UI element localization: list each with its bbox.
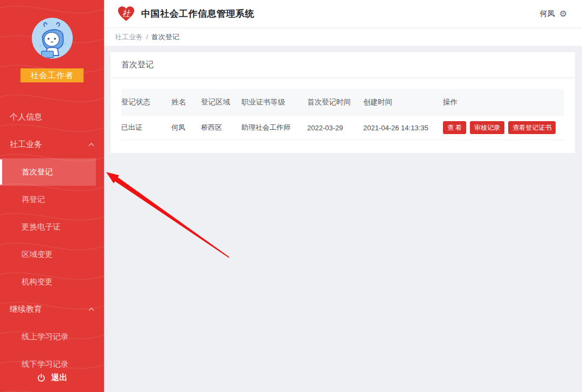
col-header-status: 登记状态 [121, 97, 163, 107]
sidebar-item-first-registration[interactable]: 首次登记 [0, 158, 96, 186]
breadcrumb-separator: / [146, 33, 148, 41]
view-button[interactable]: 查 看 [443, 121, 466, 134]
first-registration-card: 首次登记 登记状态 姓名 登记区域 职业证书等级 首次登记时间 创建时间 操作 … [110, 52, 575, 153]
table-header-row: 登记状态 姓名 登记区域 职业证书等级 首次登记时间 创建时间 操作 [121, 89, 564, 116]
sidebar-item-region-change[interactable]: 区域变更 [0, 241, 104, 268]
cell-created-at: 2021-04-26 14:13:35 [351, 124, 435, 132]
col-header-cert-level: 职业证书等级 [233, 97, 300, 107]
audit-records-button[interactable]: 审核记录 [470, 121, 504, 134]
content-area: 首次登记 登记状态 姓名 登记区域 职业证书等级 首次登记时间 创建时间 操作 … [104, 46, 582, 153]
card-title: 首次登记 [110, 52, 575, 78]
col-header-actions: 操作 [435, 97, 564, 107]
power-icon [37, 373, 46, 382]
cell-actions: 查 看 审核记录 查看登记证书 [435, 121, 564, 134]
cell-region: 桥西区 [192, 123, 233, 132]
logout-button[interactable]: 退出 [0, 372, 104, 383]
role-badge: 社会工作者 [20, 68, 84, 82]
mascot-icon [32, 18, 73, 59]
col-header-first-reg-time: 首次登记时间 [300, 97, 351, 107]
view-certificate-button[interactable]: 查看登记证书 [508, 121, 556, 134]
app-logo-heart-icon: 社 [117, 6, 135, 22]
sidebar-item-personal-info[interactable]: 个人信息 [0, 103, 104, 131]
breadcrumb-current: 首次登记 [151, 32, 179, 42]
chevron-up-icon [89, 143, 94, 149]
chevron-up-icon [89, 308, 94, 313]
cell-cert-level: 助理社会工作师 [233, 123, 300, 132]
sidebar-item-institution-change[interactable]: 机构变更 [0, 268, 104, 296]
col-header-name: 姓名 [163, 97, 192, 107]
settings-gear-icon[interactable]: ⚙ [559, 10, 567, 18]
registration-table: 登记状态 姓名 登记区域 职业证书等级 首次登记时间 创建时间 操作 已出证 何… [121, 89, 564, 140]
sidebar-item-re-registration[interactable]: 再登记 [0, 186, 104, 213]
current-user-name[interactable]: 何凤 [540, 9, 555, 19]
col-header-region: 登记区域 [192, 97, 233, 107]
sidebar-item-social-work-business[interactable]: 社工业务 [0, 131, 104, 158]
sidebar-item-online-learning-records[interactable]: 线上学习记录 [0, 323, 104, 351]
sidebar: 社会工作者 个人信息 社工业务 首次登记 再登记 更换电子证 区域变更 机构变更… [0, 0, 104, 392]
sidebar-item-replace-ecert[interactable]: 更换电子证 [0, 213, 104, 241]
breadcrumb-parent[interactable]: 社工业务 [115, 32, 143, 42]
table-row: 已出证 何凤 桥西区 助理社会工作师 2022-03-29 2021-04-26… [121, 116, 564, 140]
top-header: 社 中国社会工作信息管理系统 何凤 ⚙ [104, 0, 582, 28]
main-area: 社 中国社会工作信息管理系统 何凤 ⚙ 社工业务 / 首次登记 首次登记 登记状… [104, 0, 582, 392]
sidebar-item-continuing-education[interactable]: 继续教育 [0, 296, 104, 323]
cell-status: 已出证 [121, 123, 163, 132]
cell-name: 何凤 [163, 123, 192, 132]
col-header-created-time: 创建时间 [351, 97, 435, 107]
app-title: 中国社会工作信息管理系统 [141, 8, 254, 20]
sidebar-menu: 个人信息 社工业务 首次登记 再登记 更换电子证 区域变更 机构变更 继续教育 … [0, 103, 104, 378]
svg-text:社: 社 [122, 9, 131, 18]
cell-first-reg-date: 2022-03-29 [300, 124, 351, 132]
breadcrumb: 社工业务 / 首次登记 [104, 28, 582, 46]
user-avatar [32, 18, 73, 59]
